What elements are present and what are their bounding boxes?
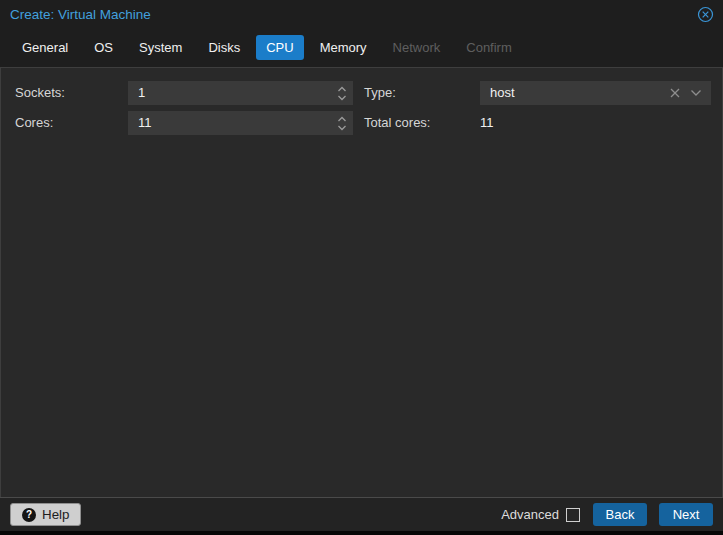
- advanced-label: Advanced: [501, 507, 559, 522]
- create-vm-dialog: Create: Virtual Machine General OS Syste…: [0, 0, 723, 535]
- clear-icon[interactable]: [670, 88, 680, 98]
- cores-label: Cores:: [15, 115, 53, 130]
- chevron-down-icon[interactable]: [690, 89, 702, 97]
- back-button[interactable]: Back: [593, 503, 647, 526]
- dialog-title: Create: Virtual Machine: [10, 7, 151, 22]
- cores-spinner-icon[interactable]: [331, 111, 353, 135]
- cores-input[interactable]: 11: [128, 111, 353, 135]
- help-question-icon: ?: [22, 508, 36, 522]
- help-button-label: Help: [42, 507, 69, 522]
- advanced-checkbox[interactable]: [566, 508, 580, 522]
- help-button[interactable]: ? Help: [10, 503, 81, 526]
- cores-value: 11: [138, 115, 152, 130]
- type-combobox[interactable]: host: [480, 81, 711, 105]
- wizard-tabbar: General OS System Disks CPU Memory Netwo…: [0, 28, 723, 67]
- tab-os[interactable]: OS: [84, 35, 123, 60]
- sockets-input[interactable]: 1: [128, 81, 353, 105]
- next-button[interactable]: Next: [659, 503, 713, 526]
- tab-general[interactable]: General: [12, 35, 78, 60]
- tab-memory[interactable]: Memory: [310, 35, 377, 60]
- tab-confirm: Confirm: [456, 35, 522, 60]
- type-value: host: [490, 85, 515, 100]
- sockets-spinner-icon[interactable]: [331, 81, 353, 105]
- dialog-footer: ? Help Advanced Back Next: [0, 497, 723, 531]
- close-icon[interactable]: [697, 6, 714, 23]
- tab-network: Network: [383, 35, 451, 60]
- sockets-label: Sockets:: [15, 85, 65, 100]
- dialog-titlebar: Create: Virtual Machine: [0, 0, 723, 28]
- total-cores-value: 11: [480, 115, 494, 130]
- tab-disks[interactable]: Disks: [198, 35, 250, 60]
- type-combo-tools: [670, 81, 711, 105]
- total-cores-label: Total cores:: [364, 115, 430, 130]
- cpu-form-panel: Sockets: 1 Type: host: [0, 67, 723, 497]
- type-label: Type:: [364, 85, 396, 100]
- tab-system[interactable]: System: [129, 35, 192, 60]
- tab-cpu[interactable]: CPU: [256, 35, 303, 60]
- sockets-value: 1: [138, 85, 145, 100]
